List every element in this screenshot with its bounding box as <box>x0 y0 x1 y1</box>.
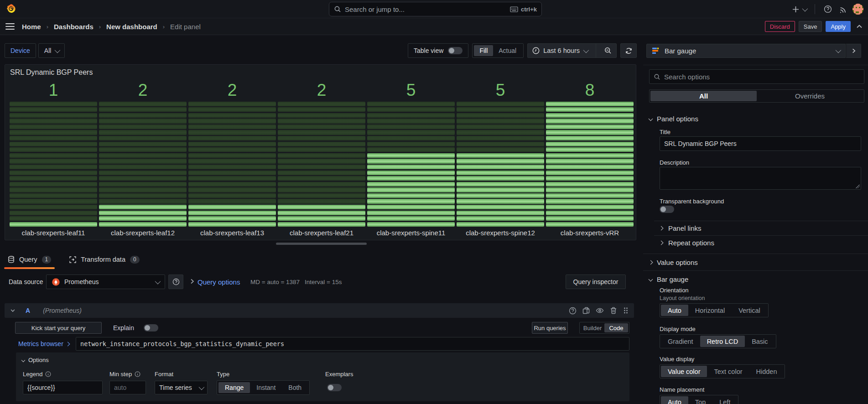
variable-label-device[interactable]: Device <box>5 43 36 58</box>
value-display-text-color[interactable]: Text color <box>707 366 749 377</box>
collapse-header-icon[interactable] <box>856 23 863 30</box>
name-placement-left[interactable]: Left <box>712 396 737 404</box>
transparent-background-toggle[interactable] <box>660 206 674 213</box>
query-options-link[interactable]: Query options <box>198 275 240 289</box>
search-input[interactable]: Search or jump to... ctrl+k <box>329 2 542 16</box>
hide-response-eye-icon[interactable] <box>596 306 604 315</box>
value-display-value-color[interactable]: Value color <box>661 366 707 377</box>
display-mode-retro-lcd[interactable]: Retro LCD <box>700 336 745 347</box>
section-value-options[interactable]: Value options <box>643 254 868 270</box>
query-type-instant[interactable]: Instant <box>250 382 282 393</box>
breadcrumb-item[interactable]: Dashboards <box>54 23 94 31</box>
tab-query[interactable]: Query1 <box>4 252 55 267</box>
collapse-query-icon[interactable] <box>10 308 16 313</box>
explain-toggle[interactable] <box>144 324 158 331</box>
orientation-group: AutoHorizontalVertical <box>660 303 769 317</box>
panel-links-collapse[interactable]: Panel links <box>654 221 868 235</box>
gauge-clab-srexperts-leaf11: 1clab-srexperts-leaf11 <box>10 77 97 237</box>
apply-button[interactable]: Apply <box>826 21 851 32</box>
pane-resize-handle[interactable] <box>276 243 367 245</box>
cell-lit <box>457 222 544 227</box>
prometheus-icon <box>52 278 60 286</box>
panel-options-sidebar: Bar gauge Search options AllOverrides Pa… <box>643 35 868 404</box>
cell-unlit <box>10 153 97 158</box>
query-type-range[interactable]: Range <box>218 382 250 393</box>
options-search-input[interactable]: Search options <box>649 69 864 84</box>
collapse-options-pane-button[interactable] <box>846 44 861 58</box>
cell-lit <box>99 205 187 209</box>
query-expression-input[interactable]: network_instance_protocols_bgp_statistic… <box>76 337 629 351</box>
cell-lit <box>546 107 634 112</box>
datasource-picker[interactable]: Prometheus <box>46 275 165 289</box>
query-type-both[interactable]: Both <box>282 382 308 393</box>
value-display-hidden[interactable]: Hidden <box>749 366 784 377</box>
min-step-input[interactable]: auto <box>109 381 146 394</box>
breadcrumb-item[interactable]: New dashboard <box>106 23 157 31</box>
orientation-horizontal[interactable]: Horizontal <box>688 305 732 316</box>
table-view-toggle[interactable] <box>448 47 463 54</box>
section-panel-options[interactable]: Panel options <box>643 110 868 127</box>
exemplars-toggle[interactable] <box>327 384 342 391</box>
orientation-auto[interactable]: Auto <box>661 305 688 316</box>
options-tab-all[interactable]: All <box>650 91 757 101</box>
remove-query-trash-icon[interactable] <box>610 307 617 314</box>
zoom-out-button[interactable] <box>600 44 616 57</box>
cell-lit <box>367 165 455 169</box>
gauge-value: 2 <box>278 77 365 102</box>
query-help-icon[interactable] <box>569 307 577 315</box>
orientation-vertical[interactable]: Vertical <box>732 305 767 316</box>
menu-toggle-icon[interactable] <box>5 22 15 31</box>
query-inspector-button[interactable]: Query inspector <box>566 275 626 289</box>
datasource-help-button[interactable] <box>168 275 183 289</box>
gauge-value: 5 <box>457 77 544 102</box>
metrics-browser-link[interactable]: Metrics browser <box>18 337 69 351</box>
gauge-value: 2 <box>99 77 187 102</box>
query-options-chevron-icon[interactable] <box>189 278 195 285</box>
name-placement-top[interactable]: Top <box>688 396 712 404</box>
cell-lit <box>546 222 634 227</box>
help-icon[interactable] <box>821 3 834 16</box>
options-collapse-header[interactable]: Options <box>22 357 49 363</box>
user-avatar[interactable] <box>852 4 863 15</box>
gauge-label: clab-srexperts-spine12 <box>457 229 544 237</box>
new-button[interactable] <box>790 3 808 16</box>
gauge-clab-srexperts-leaf13: 2clab-srexperts-leaf13 <box>188 77 276 237</box>
time-range-picker[interactable]: Last 6 hours <box>527 43 617 58</box>
options-tab-overrides[interactable]: Overrides <box>757 91 863 101</box>
name-placement-auto[interactable]: Auto <box>661 396 688 404</box>
tab-transform-data[interactable]: Transform data0 <box>66 252 143 267</box>
legend-input[interactable]: {{source}} <box>23 381 103 394</box>
cell-lit <box>99 222 187 227</box>
discard-button[interactable]: Discard <box>765 21 795 32</box>
save-button[interactable]: Save <box>799 21 822 32</box>
cell-lit <box>457 165 544 169</box>
fit-option-actual[interactable]: Actual <box>493 45 522 56</box>
cell-lit <box>367 187 455 192</box>
display-mode-basic[interactable]: Basic <box>745 336 774 347</box>
repeat-options-collapse[interactable]: Repeat options <box>654 235 868 250</box>
kick-start-query-button[interactable]: Kick start your query <box>15 322 102 334</box>
grafana-logo-icon[interactable] <box>5 3 17 15</box>
chevron-down-icon <box>802 5 808 11</box>
bar-gauge-panel[interactable]: SRL Dynamic BGP Peers 1clab-srexperts-le… <box>5 64 636 240</box>
panel-title-input[interactable]: SRL Dynamic BGP Peers <box>660 136 861 151</box>
variable-value-dropdown[interactable]: All <box>38 43 65 58</box>
run-queries-button[interactable]: Run queries <box>532 322 568 334</box>
display-mode-gradient[interactable]: Gradient <box>661 336 700 347</box>
format-select[interactable]: Time series <box>155 381 208 394</box>
news-rss-icon[interactable] <box>837 3 850 16</box>
fit-option-fill[interactable]: Fill <box>474 45 493 56</box>
drag-handle-icon[interactable] <box>623 307 629 314</box>
visualization-picker[interactable]: Bar gauge <box>646 44 846 58</box>
editor-mode-code[interactable]: Code <box>604 323 628 332</box>
panel-description-textarea[interactable] <box>660 167 861 190</box>
cell-unlit <box>10 211 97 215</box>
editor-mode-builder[interactable]: Builder <box>581 323 604 332</box>
section-bar-gauge[interactable]: Bar gauge <box>643 270 868 287</box>
query-row-header[interactable]: A (Prometheus) <box>5 303 634 318</box>
duplicate-query-icon[interactable] <box>582 307 590 314</box>
cell-lit <box>546 171 634 175</box>
resize-grip-icon[interactable] <box>856 184 860 188</box>
refresh-button[interactable] <box>620 43 637 58</box>
breadcrumb-item[interactable]: Home <box>22 23 41 31</box>
